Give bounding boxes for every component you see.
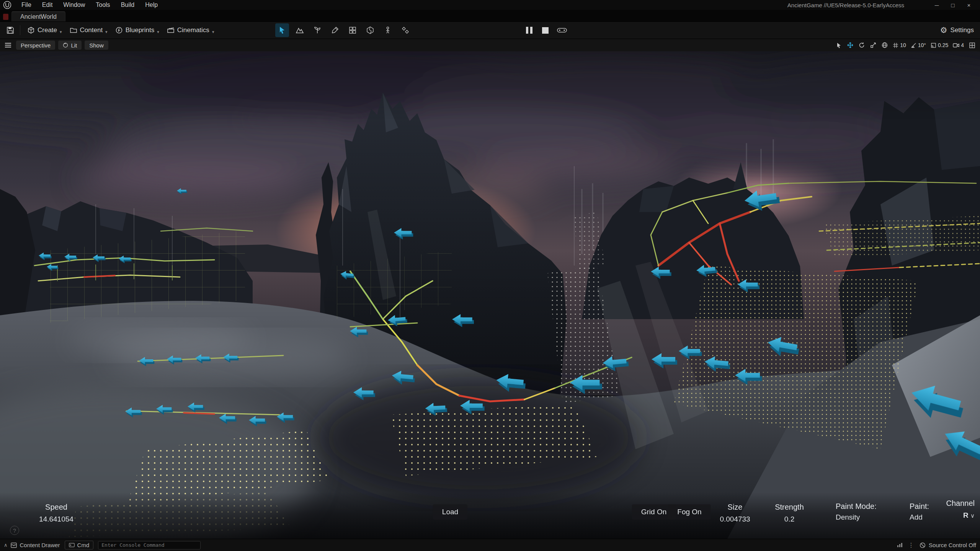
mode-brush-editing-button[interactable] [399,23,412,37]
source-control-label: Source Control Off [929,542,976,548]
viewport-options-icon[interactable] [3,41,13,50]
mode-modeling-button[interactable] [346,23,359,37]
level-viewport[interactable]: Perspective Lit Show [0,39,980,539]
blueprints-label: Blueprints [126,26,155,34]
mode-animation-button[interactable] [381,23,395,37]
gear-icon: ⚙ [940,26,947,35]
menu-file[interactable]: File [17,2,36,8]
cinematics-button[interactable]: Cinematics ▾ [163,24,218,37]
channel-label: Channel [946,499,975,508]
channel-selector[interactable]: Channel R ∨ [946,499,975,520]
cmd-label: Cmd [77,542,90,548]
chevron-down-icon: ▾ [105,29,108,34]
menu-tools[interactable]: Tools [91,2,114,8]
mode-fracture-button[interactable] [363,23,377,37]
content-button[interactable]: Content ▾ [66,24,111,37]
console-icon [69,543,75,547]
window-title: AncientGame //UE5/Release-5.0-EarlyAcces… [787,2,927,8]
play-controls [523,24,568,37]
main-toolbar: Create ▾ Content ▾ Blueprints ▾ Cinemati… [0,21,980,39]
speed-value: 14.641054 [26,515,87,523]
mode-select-button[interactable] [275,23,289,37]
tab-ancientworld[interactable]: AncientWorld [11,11,65,21]
show-dropdown[interactable]: Show [85,41,108,50]
select-tool-icon[interactable] [834,41,844,50]
minimize-button[interactable]: ─ [929,2,945,8]
scale-snap-value: 0.25 [938,42,948,48]
close-button[interactable]: × [961,2,977,8]
window-controls: ─ □ × [929,2,977,8]
viewport-tools-right: 10 10° 0.25 [834,41,977,50]
perspective-dropdown[interactable]: Perspective [16,41,55,50]
editor-modes-group [275,23,412,37]
content-drawer-label: Content Drawer [20,542,60,548]
strength-label: Strength [763,503,816,512]
mode-landscape-button[interactable] [293,23,307,37]
pause-button[interactable] [523,24,535,36]
menu-edit[interactable]: Edit [38,2,57,8]
size-readout: Size 0.004733 [708,503,762,523]
drawer-icon [11,543,17,548]
move-tool-icon[interactable] [845,41,855,50]
help-icon[interactable]: ? [10,526,19,535]
rotation-snap-value: 10° [918,42,926,48]
source-control-button[interactable]: Source Control Off [920,542,976,548]
tab-label: AncientWorld [20,13,57,20]
fog-toggle-button[interactable]: Fog On [668,504,710,520]
channel-value: R [963,511,969,519]
load-button[interactable]: Load [433,504,467,520]
stop-button[interactable] [539,24,551,36]
cmd-dropdown[interactable]: Cmd [65,541,94,549]
scale-snap-toggle[interactable]: 0.25 [929,41,950,50]
rotate-tool-icon[interactable] [857,41,867,50]
toolbar-separator [20,25,20,35]
world-space-icon[interactable] [880,41,890,50]
viewport-scene[interactable] [0,51,980,539]
blueprints-button[interactable]: Blueprints ▾ [111,24,163,37]
chevron-down-icon: ▾ [212,29,214,34]
scale-tool-icon[interactable] [868,41,878,50]
tab-row: AncientWorld [0,10,980,21]
create-label: Create [38,26,57,34]
create-button[interactable]: Create ▾ [23,24,66,37]
camera-speed-control[interactable]: 4 [951,41,965,50]
settings-label: Settings [951,26,974,34]
speed-label: Speed [26,503,87,512]
paint-label: Paint: [910,502,929,511]
viewport-hud: Speed 14.641054 Load Grid On Fog On Size… [0,493,980,539]
chevron-down-icon: ▾ [60,29,62,34]
strength-value: 0.2 [763,515,816,523]
camera-speed-value: 4 [961,42,964,48]
maximize-button[interactable]: □ [945,2,961,8]
mode-mesh-paint-button[interactable] [328,23,342,37]
content-drawer-button[interactable]: ∧ Content Drawer [4,542,60,548]
vignette [0,51,980,539]
grid-snap-toggle[interactable]: 10 [891,41,908,50]
perspective-label: Perspective [21,42,51,49]
gamepad-icon[interactable] [555,24,568,37]
rotation-snap-toggle[interactable]: 10° [909,41,928,50]
menu-build[interactable]: Build [116,2,139,8]
lit-dropdown[interactable]: Lit [58,41,82,50]
size-value: 0.004733 [708,515,762,523]
mode-foliage-button[interactable] [310,23,324,37]
menu-bar: File Edit Window Tools Build Help Ancien… [0,0,980,10]
stats-icon[interactable] [897,543,903,548]
chevron-down-icon: ▾ [157,29,159,34]
status-bar: ∧ Content Drawer Cmd ⋮ [0,539,980,551]
content-label: Content [80,26,103,34]
menu-help[interactable]: Help [140,2,162,8]
paint-mode-readout: Paint Mode: Density [836,502,877,522]
lit-label: Lit [71,42,77,49]
settings-button[interactable]: ⚙ Settings [940,26,976,35]
unreal-logo-icon[interactable] [3,1,11,9]
menu-window[interactable]: Window [59,2,90,8]
source-control-off-icon [920,542,926,548]
app-window: File Edit Window Tools Build Help Ancien… [0,0,980,551]
save-button[interactable] [4,24,17,37]
console-command-input[interactable] [98,541,201,549]
statusbar-right: ⋮ Source Control Off [897,541,976,549]
kebab-menu-icon[interactable]: ⋮ [908,541,914,549]
maximize-viewport-icon[interactable] [967,41,977,50]
paint-readout: Paint: Add [910,502,929,522]
